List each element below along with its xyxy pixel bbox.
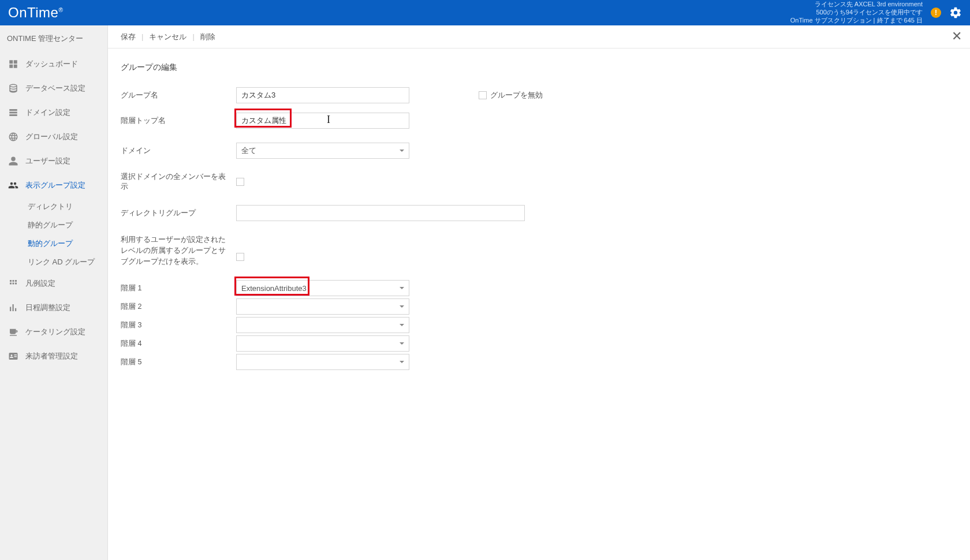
sidebar-item-schedule[interactable]: 日程調整設定 bbox=[0, 296, 107, 320]
sidebar-subitems: ディレクトリ 静的グループ 動的グループ リンク AD グループ bbox=[0, 197, 107, 271]
group-icon bbox=[8, 180, 18, 191]
sidebar-item-label: 来訪者管理設定 bbox=[25, 351, 78, 361]
license-line2: 500のうち94ライセンスを使用中です bbox=[790, 9, 923, 17]
save-button[interactable]: 保存 bbox=[121, 32, 136, 42]
sidebar-item-domain[interactable]: ドメイン設定 bbox=[0, 100, 107, 125]
delete-button[interactable]: 削除 bbox=[200, 32, 215, 42]
sidebar-item-label: ユーザー設定 bbox=[25, 156, 70, 166]
legend-icon bbox=[8, 278, 18, 289]
label-directory-group: ディレクトリグループ bbox=[121, 208, 236, 218]
section-title: グループの編集 bbox=[121, 62, 957, 73]
sidebar-item-legend[interactable]: 凡例設定 bbox=[0, 271, 107, 296]
registered-mark: ® bbox=[58, 7, 63, 13]
tier4-select[interactable] bbox=[236, 335, 409, 352]
sidebar-sub-dynamic-group[interactable]: 動的グループ bbox=[28, 234, 107, 253]
sidebar-item-user[interactable]: ユーザー設定 bbox=[0, 149, 107, 173]
sidebar: ONTIME 管理センター ダッシュボード データベース設定 ドメイン設定 グロ… bbox=[0, 25, 108, 560]
label-domain: ドメイン bbox=[121, 146, 236, 156]
user-icon bbox=[8, 156, 18, 166]
sidebar-item-label: 凡例設定 bbox=[25, 278, 55, 289]
top-name-input[interactable] bbox=[236, 113, 409, 129]
sidebar-item-dashboard[interactable]: ダッシュボード bbox=[0, 52, 107, 76]
disable-group-checkbox[interactable] bbox=[479, 91, 487, 99]
sidebar-title: ONTIME 管理センター bbox=[0, 25, 107, 52]
label-tier3: 階層 3 bbox=[121, 320, 236, 330]
sidebar-item-catering[interactable]: ケータリング設定 bbox=[0, 320, 107, 344]
label-tier2: 階層 2 bbox=[121, 302, 236, 312]
license-line3: OnTime サブスクリプション | 終了まで 645 日 bbox=[790, 17, 923, 25]
tier2-select[interactable] bbox=[236, 298, 409, 315]
directory-group-input[interactable] bbox=[236, 205, 525, 221]
dashboard-icon bbox=[8, 59, 18, 69]
warning-badge-icon[interactable]: ! bbox=[931, 8, 941, 18]
gear-icon[interactable] bbox=[949, 6, 962, 19]
sidebar-item-global[interactable]: グローバル設定 bbox=[0, 125, 107, 149]
sidebar-item-label: 表示グループ設定 bbox=[25, 180, 85, 191]
top-bar: OnTime® ライセンス先 AXCEL 3rd environment 500… bbox=[0, 0, 970, 25]
sidebar-item-label: ドメイン設定 bbox=[25, 107, 70, 118]
domain-select[interactable]: 全て bbox=[236, 143, 409, 159]
license-info: ライセンス先 AXCEL 3rd environment 500のうち94ライセ… bbox=[790, 1, 923, 24]
label-disable-group: グループを無効 bbox=[490, 90, 543, 100]
database-icon bbox=[8, 83, 18, 94]
coffee-icon bbox=[8, 327, 18, 337]
close-icon[interactable]: ✕ bbox=[952, 30, 962, 43]
level-restrict-checkbox[interactable] bbox=[236, 253, 244, 261]
sidebar-item-label: ケータリング設定 bbox=[25, 327, 85, 337]
label-top-name: 階層トップ名 bbox=[121, 116, 236, 126]
sidebar-item-database[interactable]: データベース設定 bbox=[0, 76, 107, 100]
sidebar-item-label: データベース設定 bbox=[25, 83, 85, 94]
domain-selected: 全て bbox=[241, 145, 256, 156]
sidebar-item-label: グローバル設定 bbox=[25, 132, 78, 142]
form-content: グループの編集 グループ名 グループを無効 階層トップ名 ドメイン 全て bbox=[108, 48, 970, 386]
cancel-button[interactable]: キャンセル bbox=[149, 32, 186, 42]
logo-text: OnTime bbox=[8, 5, 58, 20]
label-level-note: 利用するユーザーが設定されたレベルの所属するグループとサブグループだけを表示。 bbox=[121, 234, 236, 267]
server-icon bbox=[8, 107, 18, 118]
text-cursor-icon bbox=[329, 115, 329, 125]
sidebar-sub-directory[interactable]: ディレクトリ bbox=[28, 197, 107, 216]
globe-icon bbox=[8, 132, 18, 142]
chart-icon bbox=[8, 303, 18, 313]
label-group-name: グループ名 bbox=[121, 91, 236, 100]
show-all-members-checkbox[interactable] bbox=[236, 178, 244, 186]
label-tier5: 階層 5 bbox=[121, 357, 236, 367]
label-show-all-members: 選択ドメインの全メンバーを表示 bbox=[121, 172, 236, 192]
tier5-select[interactable] bbox=[236, 354, 409, 370]
sidebar-item-label: 日程調整設定 bbox=[25, 303, 70, 313]
sidebar-item-visitor[interactable]: 来訪者管理設定 bbox=[0, 344, 107, 368]
sidebar-item-display-group[interactable]: 表示グループ設定 bbox=[0, 173, 107, 197]
sidebar-sub-static-group[interactable]: 静的グループ bbox=[28, 216, 107, 234]
tier3-select[interactable] bbox=[236, 317, 409, 333]
tier1-select[interactable]: ExtensionAttribute3 bbox=[236, 280, 409, 296]
license-line1: ライセンス先 AXCEL 3rd environment bbox=[790, 1, 923, 9]
badge-icon bbox=[8, 351, 18, 361]
sidebar-item-label: ダッシュボード bbox=[25, 59, 78, 69]
tier1-selected: ExtensionAttribute3 bbox=[241, 284, 307, 293]
group-name-input[interactable] bbox=[236, 87, 409, 103]
app-logo: OnTime® bbox=[8, 5, 63, 21]
toolbar: 保存 | キャンセル | 削除 bbox=[108, 25, 970, 48]
sidebar-sub-link-ad-group[interactable]: リンク AD グループ bbox=[28, 253, 107, 271]
toolbar-separator: | bbox=[141, 32, 143, 41]
label-tier4: 階層 4 bbox=[121, 339, 236, 349]
label-tier1: 階層 1 bbox=[121, 283, 236, 293]
toolbar-separator: | bbox=[192, 32, 194, 41]
main-panel: ✕ 保存 | キャンセル | 削除 グループの編集 グループ名 グループを無効 … bbox=[108, 25, 970, 560]
